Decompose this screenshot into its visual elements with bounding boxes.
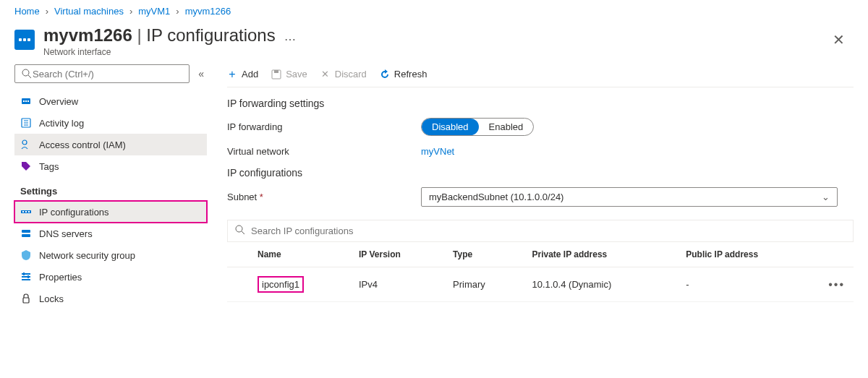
sidebar-section-settings: Settings — [14, 177, 207, 201]
toggle-enabled[interactable]: Enabled — [479, 119, 534, 135]
svg-rect-21 — [27, 275, 29, 278]
sidebar-item-label: Network security group — [39, 250, 135, 261]
sidebar-item-iam[interactable]: Access control (IAM) — [14, 134, 207, 155]
chevron-right-icon: › — [46, 6, 48, 17]
sidebar-item-label: Locks — [39, 293, 64, 304]
svg-rect-14 — [28, 211, 30, 212]
sidebar-item-label: Properties — [39, 272, 82, 283]
svg-rect-15 — [22, 230, 30, 233]
button-label: Save — [286, 69, 307, 80]
sidebar-search[interactable] — [14, 64, 190, 83]
ipconfig-version: IPv4 — [350, 267, 444, 302]
properties-icon — [20, 271, 32, 283]
sidebar-item-activity-log[interactable]: Activity log — [14, 112, 207, 134]
close-icon[interactable]: ✕ — [824, 28, 854, 51]
ipconfig-table-search[interactable] — [227, 220, 854, 242]
more-icon[interactable]: ⋯ — [284, 33, 296, 46]
svg-rect-4 — [25, 100, 27, 102]
refresh-button[interactable]: Refresh — [380, 69, 427, 80]
svg-line-26 — [242, 231, 244, 234]
breadcrumb-current[interactable]: myvm1266 — [185, 6, 231, 17]
log-icon — [20, 117, 32, 129]
breadcrumb-vms[interactable]: Virtual machines — [54, 6, 124, 17]
ip-forwarding-section-title: IP forwarding settings — [227, 98, 854, 109]
svg-rect-5 — [27, 100, 29, 102]
breadcrumb-home[interactable]: Home — [14, 6, 40, 17]
button-label: Discard — [335, 69, 367, 80]
row-more-icon[interactable]: ••• — [820, 267, 854, 302]
sidebar-item-label: Activity log — [39, 118, 84, 129]
sidebar: « Overview Activity log Access control (… — [0, 64, 207, 309]
sidebar-item-label: Tags — [39, 161, 59, 172]
tag-icon — [20, 160, 32, 172]
svg-point-10 — [22, 140, 27, 145]
toggle-disabled[interactable]: Disabled — [422, 119, 479, 135]
chevron-right-icon: › — [176, 6, 179, 17]
sidebar-item-tags[interactable]: Tags — [14, 155, 207, 177]
save-button[interactable]: Save — [271, 69, 307, 80]
page-title-text: IP configurations — [146, 25, 275, 45]
main-content: + Add Save ✕ Discard Refresh IP forwardi… — [207, 64, 868, 309]
refresh-icon — [380, 69, 390, 80]
col-private: Private IP address — [523, 242, 677, 267]
ip-forwarding-label: IP forwarding — [227, 121, 421, 132]
sidebar-item-label: DNS servers — [39, 228, 93, 239]
subnet-dropdown[interactable]: myBackendSubnet (10.1.0.0/24) ⌄ — [421, 187, 838, 207]
ipconfig-private: 10.1.0.4 (Dynamic) — [523, 267, 677, 302]
sidebar-item-overview[interactable]: Overview — [14, 90, 207, 112]
search-icon — [235, 225, 245, 237]
sidebar-item-properties[interactable]: Properties — [14, 266, 207, 288]
sidebar-item-locks[interactable]: Locks — [14, 288, 207, 309]
ipconfig-table: Name IP Version Type Private IP address … — [227, 242, 854, 302]
page-title: myvm1266 | IP configurations — [43, 25, 276, 46]
ipconfig-public: - — [677, 267, 820, 302]
breadcrumb-vm1[interactable]: myVM1 — [138, 6, 170, 17]
resource-name: myvm1266 — [43, 25, 132, 45]
svg-line-1 — [28, 75, 31, 78]
col-public: Public IP address — [677, 242, 820, 267]
button-label: Refresh — [394, 69, 427, 80]
add-button[interactable]: + Add — [227, 69, 258, 80]
ipconfig-search-input[interactable] — [251, 225, 846, 236]
ipconfig-icon — [20, 206, 32, 218]
button-label: Add — [242, 69, 258, 80]
subnet-label: Subnet * — [227, 192, 421, 202]
sidebar-item-label: Access control (IAM) — [39, 139, 126, 150]
search-input[interactable] — [33, 69, 183, 80]
collapse-sidebar-icon[interactable]: « — [195, 65, 207, 82]
discard-button[interactable]: ✕ Discard — [320, 69, 367, 80]
breadcrumb: Home › Virtual machines › myVM1 › myvm12… — [0, 0, 868, 22]
resource-type-label: Network interface — [43, 47, 276, 57]
chevron-down-icon: ⌄ — [822, 192, 830, 202]
svg-point-25 — [236, 225, 242, 232]
svg-rect-12 — [22, 211, 24, 212]
vnet-label: Virtual network — [227, 146, 421, 157]
svg-rect-13 — [25, 211, 27, 212]
chevron-right-icon: › — [129, 6, 132, 17]
svg-rect-22 — [23, 298, 29, 303]
vnet-link[interactable]: myVNet — [421, 146, 454, 157]
save-icon — [271, 69, 281, 80]
sidebar-item-label: Overview — [39, 96, 78, 107]
ip-forwarding-toggle[interactable]: Disabled Enabled — [421, 118, 534, 136]
sidebar-item-ip-configurations[interactable]: IP configurations — [14, 201, 207, 223]
person-icon — [20, 139, 32, 150]
dns-icon — [20, 228, 32, 239]
svg-rect-20 — [23, 272, 25, 275]
discard-icon: ✕ — [320, 69, 331, 80]
ip-configurations-section-title: IP configurations — [227, 167, 854, 179]
sidebar-item-dns[interactable]: DNS servers — [14, 223, 207, 244]
nic-small-icon — [20, 95, 32, 107]
svg-rect-16 — [22, 234, 30, 237]
col-ipversion: IP Version — [350, 242, 444, 267]
page-header: myvm1266 | IP configurations Network int… — [0, 22, 868, 64]
sidebar-item-label: IP configurations — [39, 207, 109, 218]
ipconfig-type: Primary — [444, 267, 523, 302]
sidebar-item-nsg[interactable]: Network security group — [14, 244, 207, 266]
subnet-value: myBackendSubnet (10.1.0.0/24) — [429, 192, 563, 202]
nic-icon — [14, 30, 35, 50]
col-name: Name — [249, 242, 350, 267]
ipconfig-name[interactable]: ipconfig1 — [258, 276, 304, 293]
svg-rect-3 — [23, 100, 25, 102]
table-row[interactable]: ipconfig1 IPv4 Primary 10.1.0.4 (Dynamic… — [227, 267, 854, 302]
